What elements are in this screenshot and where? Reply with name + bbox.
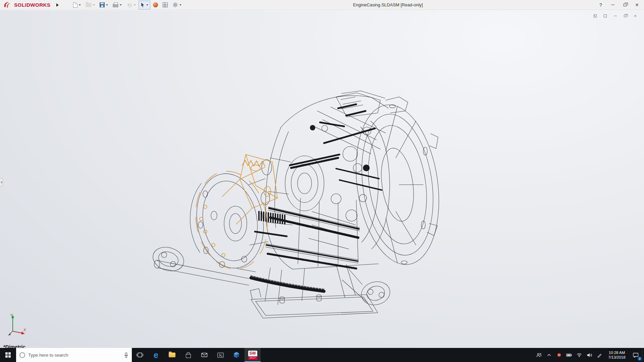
print-button[interactable]: [111, 1, 124, 9]
battery-button[interactable]: [564, 348, 574, 362]
options-gear-icon: [172, 2, 178, 8]
microphone-icon[interactable]: [124, 352, 128, 358]
terminal-icon: [217, 353, 224, 358]
pen-icon: [597, 353, 602, 358]
chevron-up-icon: [547, 354, 551, 356]
titlebar: SOLIDWORKS: [0, 0, 644, 10]
clock-date: 7/13/2018: [608, 355, 625, 360]
print-icon: [113, 4, 118, 7]
dropdown-caret-icon[interactable]: [106, 4, 108, 6]
open-folder-icon: [86, 3, 92, 7]
volume-button[interactable]: [584, 348, 594, 362]
save-icon: [100, 2, 105, 7]
restore-icon: [624, 4, 627, 6]
open-button[interactable]: [84, 1, 97, 9]
dropdown-caret-icon[interactable]: [93, 4, 95, 6]
new-document-button[interactable]: [71, 1, 83, 9]
taskbar-solidworks-button[interactable]: SW 2017: [245, 348, 261, 362]
maximize-restore-button[interactable]: [620, 1, 630, 9]
solidworks-logo-icon: [3, 1, 13, 8]
show-desktop-button[interactable]: [642, 348, 644, 362]
store-icon: [186, 354, 191, 358]
hidden-icons-button[interactable]: [544, 348, 554, 362]
undo-button[interactable]: [124, 1, 138, 9]
taskbar-edge-button[interactable]: e: [148, 348, 164, 362]
mail-icon: [201, 353, 208, 357]
appearance-button[interactable]: [151, 1, 160, 9]
properties-button[interactable]: [161, 1, 170, 9]
taskbar-store-button[interactable]: [180, 348, 196, 362]
file-explorer-icon: [169, 353, 175, 357]
notification-dot-icon: [557, 353, 561, 357]
network-button[interactable]: [574, 348, 584, 362]
search-input[interactable]: [28, 353, 121, 358]
dropdown-caret-icon[interactable]: [120, 4, 122, 6]
appearance-icon: [153, 2, 158, 7]
sw-tile-year: 2017: [248, 356, 257, 360]
start-button[interactable]: [0, 348, 16, 362]
taskbar-mail-button[interactable]: [196, 348, 212, 362]
notification-badge: 2: [637, 356, 642, 361]
dropdown-caret-icon[interactable]: [79, 4, 81, 6]
undo-icon: [126, 3, 132, 7]
tray-notification-button[interactable]: [554, 348, 564, 362]
brand-name: SOLIDWORKS: [14, 2, 50, 8]
task-view-button[interactable]: [132, 348, 148, 362]
tray-clock[interactable]: 10:28 AM 7/13/2018: [604, 348, 629, 362]
dropdown-caret-icon[interactable]: [179, 4, 181, 6]
window-title: EngineCasing.SLDASM [Read-only]: [183, 2, 592, 7]
dropdown-caret-icon[interactable]: [134, 4, 136, 6]
edge-icon: e: [154, 351, 158, 359]
triad-y-label: Y: [10, 313, 13, 317]
clock-time: 10:28 AM: [609, 350, 625, 355]
taskbar-file-explorer-button[interactable]: [164, 348, 180, 362]
help-button[interactable]: ?: [596, 1, 606, 9]
properties-icon: [163, 2, 168, 7]
dropdown-caret-icon[interactable]: [146, 4, 148, 6]
quick-access-toolbar: [71, 1, 183, 9]
wifi-icon: [577, 353, 582, 357]
task-view-icon: [136, 352, 144, 358]
people-icon: [536, 353, 542, 358]
close-button[interactable]: ×: [632, 1, 642, 9]
engine-casing-wireframe: [0, 10, 644, 348]
taskbar: e SW 2017: [0, 348, 644, 362]
view-orientation-label: *Dimetric: [3, 344, 25, 348]
windows-start-icon: [5, 352, 11, 358]
people-button[interactable]: [534, 348, 544, 362]
menu-flyout-arrow-icon[interactable]: [55, 2, 60, 8]
close-icon: ×: [635, 2, 639, 8]
select-button[interactable]: [139, 1, 150, 9]
sw-tile-label: SW: [248, 351, 257, 356]
action-center-button[interactable]: 2: [629, 348, 642, 362]
new-document-icon: [73, 2, 77, 8]
solidworks-2017-icon: SW 2017: [248, 351, 257, 360]
window-controls: ? ×: [596, 1, 642, 9]
minimize-button[interactable]: [608, 1, 618, 9]
solidworks-window: SOLIDWORKS: [0, 0, 644, 362]
minimize-icon: [611, 5, 614, 5]
pen-settings-button[interactable]: [594, 348, 604, 362]
taskbar-cad-app-button[interactable]: [228, 348, 245, 362]
save-button[interactable]: [98, 1, 110, 9]
solidworks-logo: SOLIDWORKS: [3, 1, 50, 8]
cad-cube-icon: [233, 352, 240, 358]
options-button[interactable]: [170, 1, 183, 9]
battery-icon: [566, 353, 572, 357]
select-cursor-icon: [141, 2, 145, 8]
cortana-circle-icon: [19, 352, 25, 358]
taskbar-terminal-button[interactable]: [212, 348, 228, 362]
orientation-triad: Y X: [7, 312, 28, 336]
volume-icon: [587, 353, 592, 357]
taskbar-search[interactable]: [16, 348, 132, 362]
triad-x-label: X: [23, 328, 26, 332]
graphics-area[interactable]: ×: [0, 10, 644, 348]
